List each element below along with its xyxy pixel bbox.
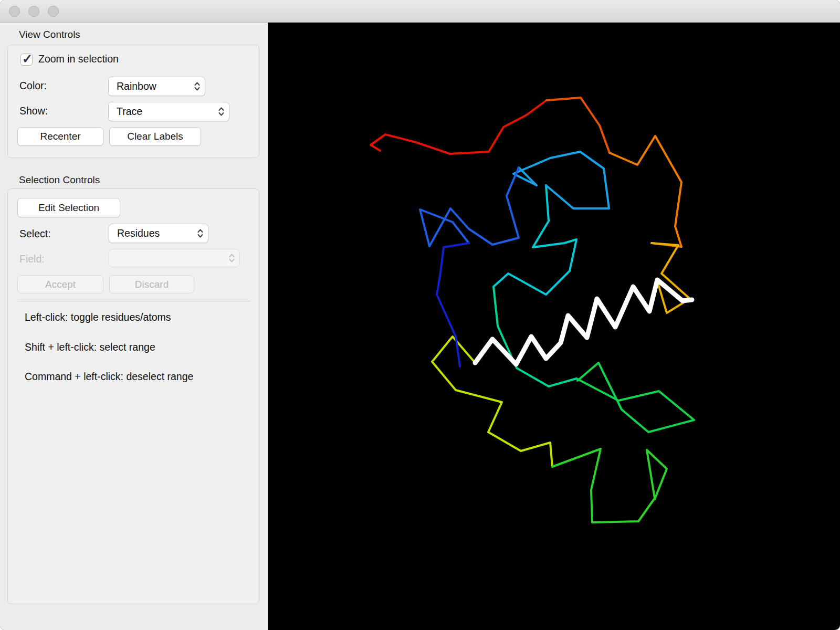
recenter-button[interactable]: Recenter <box>17 127 103 146</box>
select-dropdown[interactable]: Residues <box>109 224 208 243</box>
chevron-up-down-icon <box>217 106 225 118</box>
clear-labels-button[interactable]: Clear Labels <box>109 127 201 146</box>
select-dropdown-value: Residues <box>117 227 160 239</box>
help-shift-click: Shift + left-click: select range <box>25 341 155 353</box>
selection-controls-title: Selection Controls <box>19 174 100 186</box>
chevron-up-down-icon <box>193 80 201 92</box>
edit-selection-button[interactable]: Edit Selection <box>17 198 120 217</box>
view-controls-group: Zoom in selection Color: Rainbow Show: T… <box>7 45 259 158</box>
select-label: Select: <box>19 227 51 240</box>
view-controls-title: View Controls <box>19 29 80 40</box>
divider <box>17 301 250 301</box>
show-dropdown[interactable]: Trace <box>108 102 229 121</box>
color-dropdown[interactable]: Rainbow <box>108 77 205 96</box>
sidebar: View Controls Zoom in selection Color: R… <box>0 23 268 630</box>
chevron-up-down-icon <box>196 227 204 239</box>
help-command-click: Command + left-click: deselect range <box>25 371 193 383</box>
viewport[interactable] <box>268 23 840 630</box>
minimize-button[interactable] <box>28 6 39 17</box>
color-dropdown-value: Rainbow <box>117 80 156 92</box>
selection-controls-group: Edit Selection Select: Residues Field: A… <box>7 188 259 604</box>
help-left-click: Left-click: toggle residues/atoms <box>25 311 171 323</box>
app-window: View Controls Zoom in selection Color: R… <box>0 0 840 630</box>
show-dropdown-value: Trace <box>117 106 142 118</box>
chevron-up-down-icon <box>228 252 236 264</box>
color-label: Color: <box>19 79 47 92</box>
accept-button: Accept <box>17 275 103 293</box>
zoom-button[interactable] <box>48 6 59 17</box>
close-button[interactable] <box>9 6 20 17</box>
protein-trace <box>268 23 840 630</box>
zoom-in-selection-checkbox[interactable] <box>20 54 33 66</box>
field-dropdown <box>109 249 240 267</box>
zoom-in-selection-label: Zoom in selection <box>38 52 119 66</box>
titlebar <box>0 0 840 23</box>
discard-button: Discard <box>109 275 194 293</box>
field-label: Field: <box>19 252 45 266</box>
show-label: Show: <box>19 104 48 118</box>
